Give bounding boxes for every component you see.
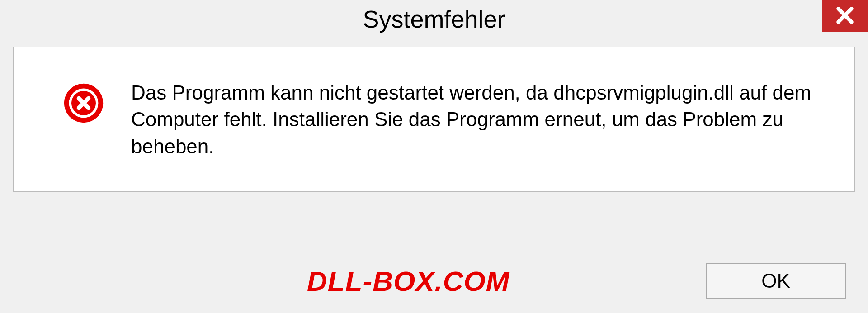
titlebar: Systemfehler (0, 0, 868, 39)
message-panel: Das Programm kann nicht gestartet werden… (13, 47, 855, 192)
dialog-footer: DLL-BOX.COM OK (0, 249, 868, 313)
error-message: Das Programm kann nicht gestartet werden… (131, 79, 814, 160)
ok-button[interactable]: OK (706, 263, 846, 299)
dialog-title: Systemfehler (363, 5, 505, 33)
error-icon (63, 83, 104, 123)
close-button[interactable] (822, 0, 868, 32)
error-dialog: Systemfehler Das Programm kann nicht ges… (0, 0, 868, 313)
close-icon (835, 5, 855, 27)
watermark-text: DLL-BOX.COM (307, 265, 509, 297)
